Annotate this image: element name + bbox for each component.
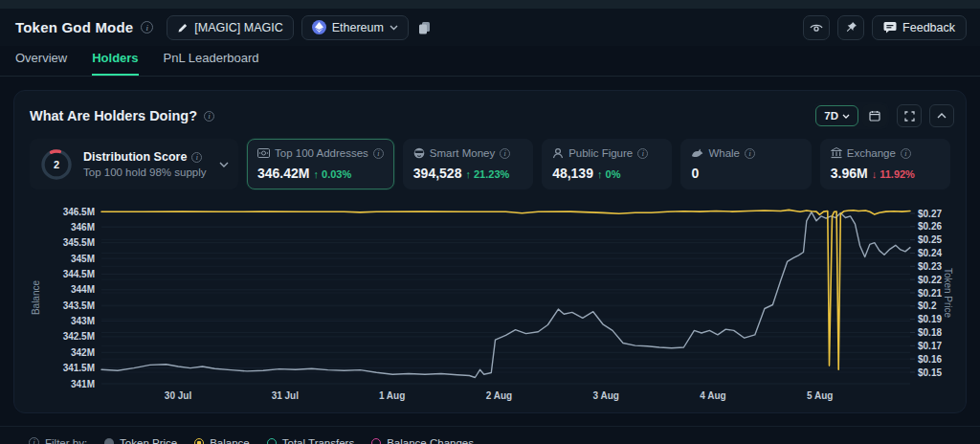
pin-button[interactable] [837,15,864,40]
line-chart-canvas[interactable]: 346.5M346M345.5M345M344.5M344M343.5M343M… [14,190,966,412]
chevron-down-icon [390,25,398,31]
stat-card-smart-money[interactable]: Smart Money i 394,528↑ 21.23% [403,139,533,189]
svg-text:346.5M: 346.5M [63,207,95,217]
svg-text:$0.27: $0.27 [918,209,942,219]
holders-chart[interactable]: 346.5M346M345.5M345M344.5M344M343.5M343M… [14,190,966,412]
left-axis-title: Balance [31,279,41,315]
eye-icon [810,22,823,33]
token-price-legend-marker [104,438,114,444]
token-selector[interactable]: [MAGIC] MAGIC [167,15,293,40]
distribution-score-value: 2 [54,159,59,170]
info-icon[interactable]: i [745,148,755,159]
copy-icon [418,21,431,34]
feedback-button[interactable]: Feedback [872,15,967,40]
chain-selector[interactable]: Ethereum [301,15,409,40]
tab-overview[interactable]: Overview [15,51,67,76]
svg-text:346M: 346M [71,222,95,233]
chat-bubble-icon [883,21,897,33]
info-icon[interactable]: i [191,152,202,163]
stat-value: 0 [691,166,699,181]
stat-card-top-100-addresses[interactable]: Top 100 Addresses i 346.42M↑ 0.03% [247,139,394,189]
bank-icon [831,147,842,159]
legend-toggle-balance[interactable]: Balance [194,437,250,444]
ethereum-icon [312,20,326,34]
legend-label: Balance Changes [387,437,474,444]
top-strip [0,0,980,9]
svg-text:341M: 341M [71,379,95,389]
tab-pnl-leaderboard[interactable]: PnL Leaderboard [164,51,259,76]
stat-value: 48,139 [552,166,593,181]
banknote-icon [257,148,270,158]
right-axis-title: Token Price [943,268,953,319]
distribution-score-gauge: 2 [39,147,74,182]
svg-text:$0.17: $0.17 [918,341,942,351]
svg-text:30 Jul: 30 Jul [165,390,192,401]
stat-card-exchange[interactable]: Exchange i 3.96M↓ 11.92% [820,139,950,189]
chain-pill-label: Ethereum [332,21,384,34]
feedback-label: Feedback [902,21,955,34]
copy-address-button[interactable] [416,19,433,36]
pin-icon [845,21,858,33]
stat-label: Exchange [847,147,896,159]
svg-text:344M: 344M [71,284,95,295]
legend-toggle-balance-changes[interactable]: Balance Changes [371,437,474,444]
svg-text:$0.25: $0.25 [918,234,942,245]
range-label: 7D [824,110,838,122]
total-transfers-legend-marker [267,438,277,444]
svg-text:341.5M: 341.5M [63,363,95,373]
stat-value: 3.96M [831,166,868,181]
legend-toggle-total-transfers[interactable]: Total Transfers [267,437,354,444]
svg-text:$0.23: $0.23 [918,261,942,272]
info-icon[interactable]: i [901,148,911,159]
balance-legend-marker [194,438,204,444]
chevron-down-icon [842,114,850,119]
expand-icon [904,111,915,122]
app-header: Token God Mode i [MAGIC] MAGIC Ethereum [0,9,980,46]
info-icon[interactable]: i [637,148,648,159]
calendar-icon [869,110,880,122]
svg-text:$0.15: $0.15 [918,367,942,378]
svg-text:$0.26: $0.26 [918,221,942,232]
calendar-button[interactable] [862,104,887,127]
chart-filter-bar: i Filter by: Token Price Balance Total T… [0,426,980,444]
svg-text:3 Aug: 3 Aug [592,390,618,401]
range-dropdown[interactable]: 7D [815,105,858,126]
holders-panel: What Are Holders Doing? i 7D [13,90,967,413]
watchlist-button[interactable] [803,15,830,40]
svg-text:$0.22: $0.22 [918,275,942,285]
svg-text:$0.19: $0.19 [918,314,942,324]
stat-label: Public Figure [568,147,633,159]
info-icon[interactable]: i [29,437,39,444]
info-icon[interactable]: i [204,111,214,122]
stat-value: 394,528 [413,166,462,181]
svg-text:342.5M: 342.5M [63,331,95,342]
info-icon[interactable]: i [500,148,510,159]
svg-text:$0.21: $0.21 [918,288,942,299]
stat-label: Top 100 Addresses [275,147,368,159]
fullscreen-button[interactable] [897,104,922,127]
info-icon[interactable]: i [141,21,153,33]
stat-change: ↓ 11.92% [872,168,915,180]
svg-text:$0.18: $0.18 [918,327,942,338]
distribution-score-title: Distribution Score [83,150,187,164]
page-tabs: Overview Holders PnL Leaderboard [0,46,980,77]
distribution-score-subtitle: Top 100 hold 98% supply [83,166,210,178]
filter-by-label: Filter by: [45,437,87,444]
info-icon[interactable]: i [373,148,384,159]
panel-title: What Are Holders Doing? [30,108,197,123]
legend-toggle-token-price[interactable]: Token Price [104,437,177,444]
legend-label: Token Price [120,437,177,444]
tab-holders[interactable]: Holders [92,51,138,76]
collapse-button[interactable] [929,104,954,127]
stat-value: 346.42M [257,166,309,181]
page-title: Token God Mode [15,19,133,35]
legend-label: Total Transfers [282,437,354,444]
stat-card-whale[interactable]: Whale i 0 [680,139,811,189]
svg-text:1 Aug: 1 Aug [379,390,405,401]
svg-text:343M: 343M [71,316,95,326]
smart-money-icon [413,147,425,159]
token-pill-label: [MAGIC] MAGIC [194,21,282,34]
svg-text:5 Aug: 5 Aug [807,390,833,401]
stat-card-public-figure[interactable]: Public Figure i 48,139↑ 0% [542,139,672,189]
distribution-score-card[interactable]: 2 Distribution Score i Top 100 hold 98% … [30,139,238,189]
